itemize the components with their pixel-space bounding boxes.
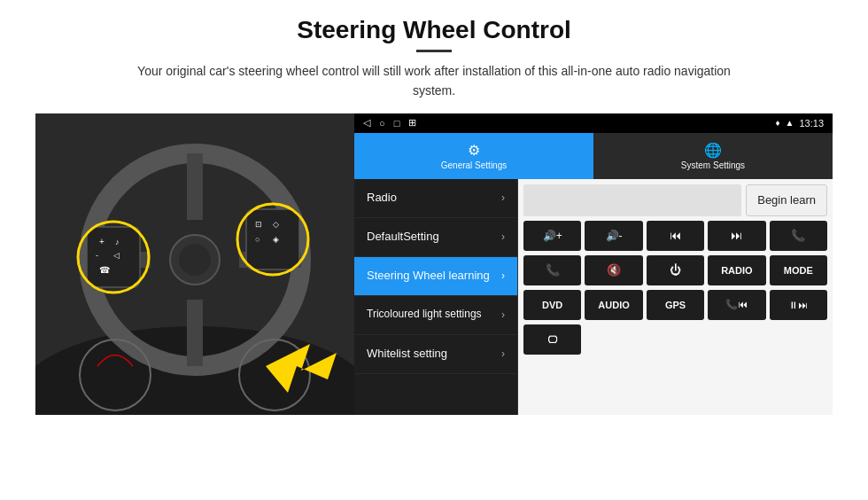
empty-slot [523, 184, 741, 216]
tel-prev-icon: 📞⏮ [725, 299, 748, 310]
page-title: Steering Wheel Control [297, 16, 571, 44]
general-settings-icon: ⚙ [468, 142, 480, 159]
svg-text:⊡: ⊡ [255, 220, 262, 229]
svg-text:☎: ☎ [99, 265, 110, 275]
svg-text:-: - [96, 251, 98, 260]
bottom-row: 🖵 [523, 324, 827, 355]
screen-icon: 🖵 [547, 334, 557, 345]
time-display: 13:13 [799, 118, 824, 129]
title-divider [416, 50, 452, 52]
menu-steering-label: Steering Wheel learning [367, 269, 490, 284]
menu-item-radio[interactable]: Radio › [354, 179, 517, 218]
audio-label: AUDIO [598, 300, 629, 310]
chevron-right-icon: › [501, 348, 505, 360]
menu-default-label: DefaultSetting [367, 230, 439, 245]
svg-text:◁: ◁ [113, 251, 120, 260]
status-bar-info: ♦ ▲ 13:13 [775, 118, 824, 129]
steering-wheel-image: + ♪ - ◁ ☎ ⊡ ◇ ○ ◈ [35, 113, 354, 415]
dvd-button[interactable]: DVD [523, 290, 581, 320]
control-grid-row2: 🔊+ 🔊- ⏮ ⏭ 📞 [523, 221, 827, 251]
menu-item-steering-wheel[interactable]: Steering Wheel learning › [354, 257, 517, 296]
radio-label: RADIO [721, 265, 752, 276]
settings-content: Radio › DefaultSetting › Steering Wheel … [354, 179, 833, 415]
menu-item-tricoloured[interactable]: Tricoloured light settings › [354, 296, 517, 335]
menu-tricoloured-label: Tricoloured light settings [367, 308, 482, 322]
tab-general-label: General Settings [441, 160, 508, 170]
chevron-right-icon: › [501, 191, 505, 204]
recents-icon[interactable]: □ [394, 118, 400, 129]
dvd-label: DVD [542, 300, 562, 310]
mode-label: MODE [784, 265, 813, 276]
vol-down-icon: 🔊- [606, 230, 623, 242]
call-button[interactable]: 📞 [770, 221, 827, 251]
chevron-right-icon: › [501, 230, 505, 243]
chevron-right-icon: › [501, 270, 505, 282]
menu-icon[interactable]: ⊞ [408, 117, 416, 129]
settings-menu: Radio › DefaultSetting › Steering Wheel … [354, 179, 518, 415]
prev-button[interactable]: ⏮ [647, 221, 704, 251]
vol-down-button[interactable]: 🔊- [585, 221, 642, 251]
page-subtitle: Your original car's steering wheel contr… [115, 61, 753, 101]
control-grid-row3: 📞 🔇 ⏻ RADIO MODE [523, 255, 827, 285]
android-screen: ◁ ○ □ ⊞ ♦ ▲ 13:13 ⚙ General Settings [354, 113, 833, 415]
tab-general-settings[interactable]: ⚙ General Settings [354, 133, 593, 179]
begin-learn-button[interactable]: Begin learn [746, 184, 827, 216]
skip-forward-icon: ⏭ [731, 229, 742, 242]
wifi-icon: ▲ [786, 118, 794, 128]
svg-text:○: ○ [255, 235, 260, 244]
status-bar-nav: ◁ ○ □ ⊞ [363, 117, 416, 129]
home-icon[interactable]: ○ [379, 118, 385, 129]
menu-item-whitelist[interactable]: Whitelist setting › [354, 335, 517, 374]
pause-next-icon: ⏸⏭ [788, 300, 808, 310]
answer-icon: 📞 [546, 263, 560, 277]
svg-point-8 [179, 244, 211, 276]
main-content: + ♪ - ◁ ☎ ⊡ ◇ ○ ◈ [35, 113, 833, 415]
radio-button[interactable]: RADIO [708, 255, 765, 285]
power-button[interactable]: ⏻ [647, 255, 704, 285]
gps-label: GPS [665, 300, 686, 310]
audio-button[interactable]: AUDIO [585, 290, 642, 320]
control-grid-row4: DVD AUDIO GPS 📞⏮ ⏸⏭ [523, 290, 827, 320]
tab-system-label: System Settings [681, 160, 745, 170]
skip-back-icon: ⏮ [670, 229, 681, 242]
chevron-right-icon: › [501, 309, 505, 321]
phone-icon: 📞 [791, 229, 805, 242]
tel-prev-button[interactable]: 📞⏮ [708, 290, 765, 320]
svg-text:◇: ◇ [273, 220, 279, 229]
menu-whitelist-label: Whitelist setting [367, 347, 447, 362]
panel-row-1: Begin learn [523, 184, 827, 216]
system-settings-icon: 🌐 [704, 142, 722, 159]
svg-text:◈: ◈ [273, 235, 279, 244]
gps-button[interactable]: GPS [647, 290, 704, 320]
mute-icon: 🔇 [607, 263, 621, 277]
svg-text:+: + [99, 237, 105, 246]
vol-up-button[interactable]: 🔊+ [523, 221, 581, 251]
svg-text:♪: ♪ [115, 238, 120, 246]
right-panel: Begin learn 🔊+ 🔊- ⏮ [518, 179, 833, 415]
mute-button[interactable]: 🔇 [585, 255, 642, 285]
back-icon[interactable]: ◁ [363, 117, 370, 129]
pause-next-button[interactable]: ⏸⏭ [770, 290, 827, 320]
location-icon: ♦ [775, 118, 779, 128]
tab-system-settings[interactable]: 🌐 System Settings [593, 133, 833, 179]
screen-button[interactable]: 🖵 [523, 324, 581, 355]
menu-radio-label: Radio [367, 191, 397, 206]
next-button[interactable]: ⏭ [708, 221, 765, 251]
vol-up-icon: 🔊+ [543, 230, 562, 242]
status-bar: ◁ ○ □ ⊞ ♦ ▲ 13:13 [354, 113, 833, 133]
power-icon: ⏻ [670, 263, 681, 277]
answer-button[interactable]: 📞 [523, 255, 581, 285]
tab-bar: ⚙ General Settings 🌐 System Settings [354, 133, 833, 179]
menu-item-default-setting[interactable]: DefaultSetting › [354, 218, 517, 257]
mode-button[interactable]: MODE [770, 255, 827, 285]
